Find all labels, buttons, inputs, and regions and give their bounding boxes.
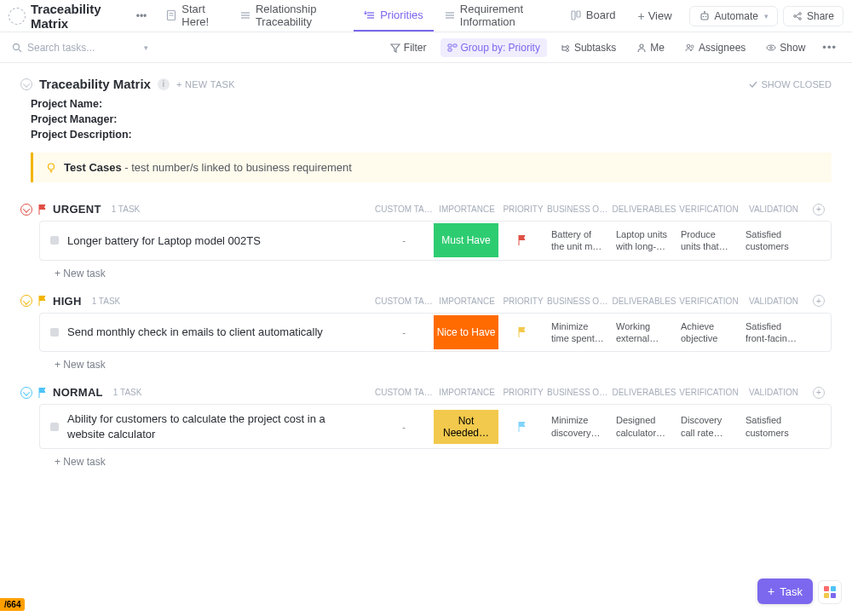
cell-importance[interactable]: Nice to Have bbox=[434, 322, 498, 343]
add-column[interactable]: + bbox=[806, 295, 832, 307]
col-custom-task-id[interactable]: CUSTOM TASK ID bbox=[375, 388, 435, 397]
search-input[interactable]: Search tasks... ▾ bbox=[12, 42, 148, 54]
cell-deliverables[interactable]: Laptop units with long-last… bbox=[611, 228, 676, 253]
tab-board[interactable]: Board bbox=[560, 0, 626, 32]
info-icon[interactable]: i bbox=[158, 78, 170, 90]
cell-validation[interactable]: Satisfied front-facing … bbox=[740, 320, 805, 345]
automate-button[interactable]: Automate ▾ bbox=[689, 6, 778, 26]
show-button[interactable]: Show bbox=[759, 38, 812, 57]
filter-button[interactable]: Filter bbox=[383, 38, 434, 57]
more-toolbar-icon[interactable]: ••• bbox=[819, 41, 840, 54]
col-verification[interactable]: VERIFICATION bbox=[676, 388, 741, 397]
cell-verification[interactable]: Achieve objective bbox=[676, 320, 740, 345]
col-validation[interactable]: VALIDATION bbox=[741, 388, 806, 397]
col-importance[interactable]: IMPORTANCE bbox=[435, 204, 499, 214]
task-name[interactable]: Send monthly check in emails to client a… bbox=[67, 325, 374, 340]
collapse-all-icon[interactable] bbox=[20, 78, 32, 90]
cell-importance[interactable]: Must Have bbox=[434, 230, 498, 250]
column-headers: CUSTOM TASK ID IMPORTANCE PRIORITY BUSIN… bbox=[375, 204, 832, 216]
task-status-icon[interactable] bbox=[50, 236, 59, 245]
cell-custom-id[interactable]: - bbox=[374, 235, 434, 245]
cell-validation[interactable]: Satisfied customers bbox=[740, 414, 805, 439]
task-status-icon[interactable] bbox=[50, 423, 59, 431]
col-priority[interactable]: PRIORITY bbox=[499, 296, 547, 306]
new-task-button[interactable]: + New task bbox=[55, 456, 832, 468]
cell-verification[interactable]: Discovery call rate down by … bbox=[676, 414, 740, 439]
col-importance[interactable]: IMPORTANCE bbox=[435, 296, 499, 306]
plus-circle-icon[interactable]: + bbox=[813, 295, 825, 307]
col-verification[interactable]: VERIFICATION bbox=[676, 204, 741, 214]
create-task-button[interactable]: + Task bbox=[757, 579, 813, 604]
group-icon bbox=[447, 43, 458, 53]
col-custom-task-id[interactable]: CUSTOM TASK ID bbox=[375, 204, 435, 214]
add-column[interactable]: + bbox=[806, 387, 832, 399]
col-priority[interactable]: PRIORITY bbox=[499, 204, 547, 214]
col-verification[interactable]: VERIFICATION bbox=[676, 296, 741, 306]
tab-priorities[interactable]: Priorities bbox=[354, 0, 434, 32]
group-by-button[interactable]: Group by: Priority bbox=[440, 38, 547, 57]
tab-requirement-information[interactable]: Requirement Information bbox=[434, 0, 560, 32]
importance-badge: Must Have bbox=[434, 223, 498, 257]
more-options-icon[interactable]: ••• bbox=[133, 10, 151, 22]
group-collapse-icon[interactable] bbox=[20, 387, 32, 399]
col-business-obj[interactable]: BUSINESS OBJE… bbox=[547, 296, 612, 306]
tab-label: Requirement Information bbox=[460, 3, 550, 28]
column-headers: CUSTOM TASK ID IMPORTANCE PRIORITY BUSIN… bbox=[375, 387, 832, 399]
cell-importance[interactable]: Not Needed… bbox=[434, 417, 498, 437]
task-name[interactable]: Ability for customers to calculate the p… bbox=[67, 412, 374, 441]
tab-relationship-traceability[interactable]: Relationship Traceability bbox=[229, 0, 354, 32]
task-row[interactable]: Send monthly check in emails to client a… bbox=[39, 313, 832, 353]
tab-start-here[interactable]: Start Here! bbox=[155, 0, 229, 32]
assignees-button[interactable]: Assignees bbox=[678, 38, 752, 57]
group-collapse-icon[interactable] bbox=[20, 204, 32, 216]
cell-deliverables[interactable]: Designed cal­culator avail-… bbox=[611, 414, 676, 439]
cell-deliverables[interactable]: Working exter­nal automation bbox=[611, 320, 676, 345]
me-button[interactable]: Me bbox=[630, 38, 671, 57]
share-button[interactable]: Share bbox=[783, 6, 843, 26]
subtasks-button[interactable]: Subtasks bbox=[554, 38, 623, 57]
cell-verification[interactable]: Produce units that can work… bbox=[676, 228, 740, 253]
plus-circle-icon[interactable]: + bbox=[813, 387, 825, 399]
add-view-button[interactable]: + View bbox=[630, 9, 678, 23]
new-task-button[interactable]: + New task bbox=[55, 268, 832, 279]
col-priority[interactable]: PRIORITY bbox=[499, 388, 547, 397]
col-deliverables[interactable]: DELIVERABLES bbox=[612, 296, 676, 306]
new-task-header-button[interactable]: + NEW TASK bbox=[176, 79, 235, 89]
cell-priority[interactable] bbox=[498, 326, 546, 338]
cell-priority[interactable] bbox=[498, 421, 546, 433]
task-status-icon[interactable] bbox=[50, 328, 59, 337]
col-importance[interactable]: IMPORTANCE bbox=[435, 388, 499, 397]
apps-button[interactable] bbox=[818, 580, 842, 604]
column-headers: CUSTOM TASK ID IMPORTANCE PRIORITY BUSIN… bbox=[375, 295, 832, 307]
cell-business-obj[interactable]: Minimize dis­covery call wi… bbox=[546, 414, 611, 439]
person-icon bbox=[636, 43, 647, 53]
add-column[interactable]: + bbox=[806, 204, 832, 216]
cell-business-obj[interactable]: Minimize time spent in send… bbox=[546, 320, 611, 345]
group-collapse-icon[interactable] bbox=[20, 295, 32, 307]
cell-business-obj[interactable]: Battery of the unit must last… bbox=[546, 228, 611, 253]
col-validation[interactable]: VALIDATION bbox=[741, 296, 806, 306]
col-deliverables[interactable]: DELIVERABLES bbox=[612, 204, 676, 214]
cell-validation[interactable]: Satisfied customers bbox=[740, 228, 805, 253]
task-row[interactable]: Ability for customers to calculate the p… bbox=[39, 404, 832, 449]
view-tabs: Start Here! Relationship Traceability Pr… bbox=[155, 0, 625, 32]
cell-priority[interactable] bbox=[498, 234, 546, 246]
col-validation[interactable]: VALIDATION bbox=[741, 204, 806, 214]
cell-custom-id[interactable]: - bbox=[374, 327, 434, 337]
svg-point-37 bbox=[687, 44, 690, 48]
workspace-icon[interactable] bbox=[9, 8, 26, 25]
show-closed-button[interactable]: SHOW CLOSED bbox=[749, 79, 832, 89]
svg-point-34 bbox=[566, 45, 568, 48]
new-task-button[interactable]: + New task bbox=[55, 359, 832, 371]
cell-custom-id[interactable]: - bbox=[374, 422, 434, 432]
svg-rect-14 bbox=[577, 11, 580, 17]
task-row[interactable]: Longer battery for Laptop model 002TS - … bbox=[39, 221, 832, 261]
plus-circle-icon[interactable]: + bbox=[813, 204, 825, 216]
col-custom-task-id[interactable]: CUSTOM TASK ID bbox=[375, 296, 435, 306]
task-name[interactable]: Longer battery for Laptop model 002TS bbox=[67, 233, 374, 249]
col-deliverables[interactable]: DELIVERABLES bbox=[612, 388, 676, 397]
col-business-obj[interactable]: BUSINESS OBJE… bbox=[547, 388, 612, 397]
col-business-obj[interactable]: BUSINESS OBJE… bbox=[547, 204, 612, 214]
priority-group: HIGH 1 TASK CUSTOM TASK ID IMPORTANCE PR… bbox=[20, 295, 832, 371]
svg-rect-30 bbox=[453, 44, 457, 47]
